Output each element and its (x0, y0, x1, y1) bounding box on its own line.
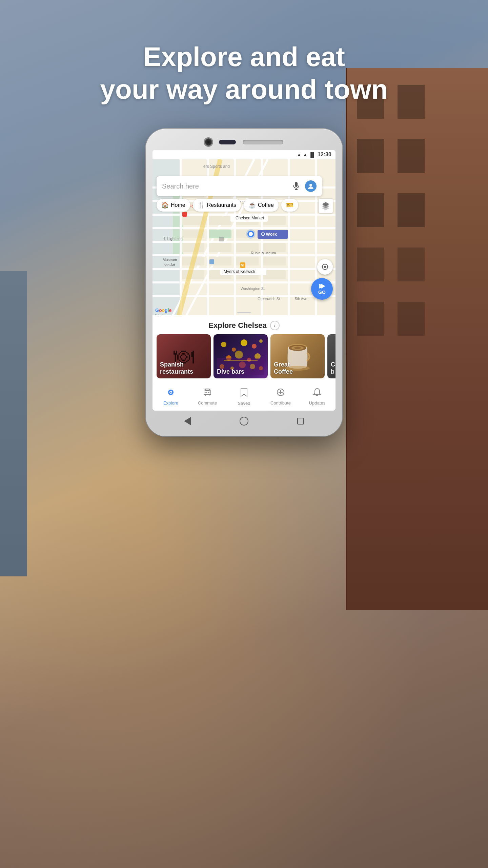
svg-rect-37 (236, 257, 259, 265)
nav-explore[interactable]: Explore (157, 388, 184, 406)
svg-text:Washington St: Washington St (241, 287, 265, 291)
restaurants-icon: 🍴 (198, 201, 205, 209)
filter-restaurants[interactable]: 🍴 Restaurants (193, 199, 241, 212)
svg-rect-110 (224, 360, 258, 361)
filter-home[interactable]: 🏠 Home (157, 199, 190, 212)
coffee-icon: ☕ (248, 201, 256, 209)
svg-point-98 (252, 344, 257, 349)
phone-camera (205, 138, 212, 146)
go-button[interactable]: GO (311, 278, 333, 300)
explore-nav-icon (166, 388, 175, 399)
bottom-nav: Explore Commute (152, 384, 336, 411)
card-spanish-label: Spanishrestaurants (160, 361, 193, 376)
filter-coffee-label: Coffee (258, 202, 274, 208)
back-button[interactable] (182, 415, 193, 427)
nav-commute[interactable]: Commute (194, 388, 221, 406)
hero-section: Explore and eat your way around town (0, 41, 488, 106)
svg-rect-31 (182, 243, 204, 252)
signal-icon: ▲ (303, 152, 307, 157)
svg-point-115 (294, 347, 301, 349)
svg-rect-67 (219, 237, 224, 241)
svg-text:Google: Google (155, 308, 171, 313)
phone-sensor (219, 140, 236, 144)
explore-header: Explore Chelsea › (152, 315, 336, 334)
card-dive-bars[interactable]: Dive bars (214, 334, 268, 378)
nav-saved[interactable]: Saved (230, 388, 258, 406)
svg-text:Myers of Keswick: Myers of Keswick (224, 269, 256, 274)
commute-nav-icon (203, 388, 212, 399)
filter-entertainment[interactable]: 🎫 (281, 199, 298, 212)
explore-section: Explore Chelsea › 🍽 Spanishrestaurants (152, 315, 336, 384)
card-spanish[interactable]: 🍽 Spanishrestaurants (157, 334, 211, 378)
svg-text:⬡ Work: ⬡ Work (261, 232, 277, 237)
phone-top-area (152, 138, 336, 146)
explore-arrow[interactable]: › (270, 321, 280, 330)
filter-coffee[interactable]: ☕ Coffee (244, 199, 279, 212)
card-dive-bars-label: Dive bars (217, 368, 244, 376)
card-great-coffee-label: GreatCoffee (274, 361, 293, 376)
nav-updates[interactable]: Updates (304, 388, 331, 406)
explore-nav-label: Explore (163, 400, 178, 406)
card-great-coffee[interactable]: GreatCoffee (270, 334, 325, 378)
filter-home-label: Home (171, 202, 185, 208)
filter-restaurants-label: Restaurants (207, 202, 236, 208)
svg-point-123 (205, 392, 207, 393)
map-handle (237, 312, 251, 313)
go-label: GO (318, 290, 326, 295)
nav-contribute[interactable]: Contribute (267, 388, 294, 406)
svg-rect-25 (209, 216, 231, 225)
svg-text:ican Art: ican Art (163, 263, 175, 267)
status-bar: ▲ ▲ ▐▌ 12:30 (152, 150, 336, 159)
svg-rect-39 (182, 270, 204, 279)
commute-nav-label: Commute (198, 400, 217, 406)
wifi-icon: ▲ (297, 152, 302, 157)
updates-nav-label: Updates (309, 400, 325, 406)
svg-rect-32 (209, 243, 231, 252)
svg-text:Rubin Museum: Rubin Museum (251, 251, 276, 255)
svg-point-99 (259, 339, 263, 343)
svg-rect-38 (263, 257, 286, 265)
card-extra[interactable]: Cb (327, 334, 336, 378)
svg-text:d, High Line: d, High Line (163, 237, 183, 241)
building-right (346, 68, 488, 610)
svg-rect-80 (295, 182, 298, 187)
phone-outer-shell: ▲ ▲ ▐▌ 12:30 (146, 129, 342, 436)
svg-point-62 (249, 232, 253, 236)
saved-nav-label: Saved (238, 401, 250, 406)
entertainment-icon: 🎫 (286, 201, 293, 209)
svg-text:Museum: Museum (163, 258, 177, 262)
phone-speaker (243, 140, 283, 144)
svg-marker-94 (321, 284, 325, 289)
microphone-icon[interactable] (291, 181, 301, 191)
svg-rect-42 (263, 270, 286, 279)
search-input[interactable]: Search here (162, 182, 291, 190)
user-avatar[interactable] (305, 180, 317, 192)
layer-button[interactable] (319, 199, 333, 213)
svg-point-124 (208, 392, 209, 393)
phone-bottom-buttons (152, 415, 336, 427)
hero-line1: Explore and eat (143, 42, 345, 72)
svg-rect-69 (209, 259, 214, 264)
svg-text:ers Sports and: ers Sports and (203, 164, 230, 169)
card-extra-label: Cb (331, 361, 335, 376)
status-time: 12:30 (318, 152, 331, 158)
search-bar[interactable]: Search here (157, 176, 322, 196)
map-area[interactable]: 9th 8th Ave W 21st St W 18th St W 19th S… (152, 159, 336, 315)
svg-text:Chelsea Market: Chelsea Market (236, 216, 264, 220)
svg-text:West: West (155, 314, 163, 315)
svg-point-118 (170, 392, 171, 393)
updates-nav-icon (313, 388, 321, 399)
phone-screen: ▲ ▲ ▐▌ 12:30 (152, 150, 336, 411)
explore-title: Explore Chelsea (208, 321, 266, 330)
status-icons: ▲ ▲ ▐▌ (297, 152, 316, 157)
location-button[interactable] (317, 259, 333, 275)
svg-text:Greenwich St: Greenwich St (258, 297, 280, 301)
svg-point-83 (309, 184, 312, 186)
recents-button[interactable] (295, 415, 306, 427)
home-button[interactable] (238, 415, 250, 427)
saved-nav-icon (240, 388, 248, 399)
building-left (0, 271, 27, 576)
phone-device: ▲ ▲ ▐▌ 12:30 (146, 129, 342, 436)
svg-point-88 (324, 266, 326, 268)
svg-point-95 (221, 342, 226, 347)
